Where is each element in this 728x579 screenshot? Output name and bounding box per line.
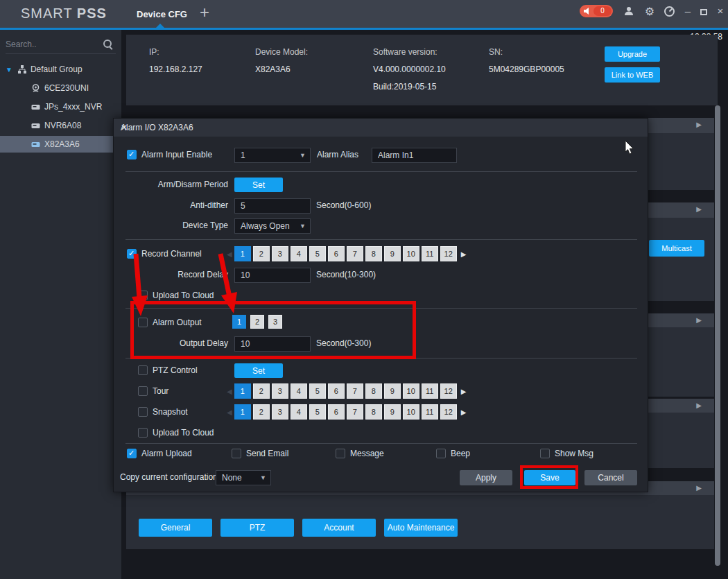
alarm-upload-checkbox[interactable] [127,449,137,458]
channel-button-9[interactable]: 9 [384,246,401,261]
alarm-sound-badge[interactable]: 0 [580,5,613,17]
cancel-button[interactable]: Cancel [584,470,637,485]
channel-button-10[interactable]: 10 [403,404,419,420]
channel-button-3[interactable]: 3 [272,246,288,261]
search-box[interactable] [6,36,116,54]
channel-button-1[interactable]: 1 [234,383,251,399]
device-type-select[interactable]: Always Open ▼ [234,218,311,234]
save-button[interactable]: Save [524,470,575,485]
general-button[interactable]: General [139,519,212,537]
sidebar-device-JPs_4xxx_NVR[interactable]: JPs_4xxx_NVR [0,98,121,115]
minimize-button[interactable]: – [682,4,694,18]
channel-button-4[interactable]: 4 [291,246,307,261]
channel-button-11[interactable]: 11 [422,404,438,420]
channel-button-10[interactable]: 10 [403,246,419,261]
output-delay-input[interactable] [234,336,311,352]
expand-icon[interactable]: ▶ [696,205,702,213]
channels-prev-icon[interactable]: ◀ [227,408,232,416]
channel-button-5[interactable]: 5 [309,383,326,399]
channel-button-6[interactable]: 6 [328,246,345,261]
channel-button-7[interactable]: 7 [347,404,363,420]
alarm-alias-input[interactable] [372,148,457,163]
sidebar-device-X82A3A6[interactable]: X82A3A6 [0,136,121,153]
channel-button-1[interactable]: 1 [232,315,246,329]
channel-button-4[interactable]: 4 [291,383,307,399]
alarm-output-checkbox[interactable] [138,318,148,327]
channel-button-3[interactable]: 3 [268,315,282,329]
channel-button-1[interactable]: 1 [234,246,251,261]
channels-next-icon[interactable]: ▶ [461,408,467,416]
upgrade-button[interactable]: Upgrade [605,46,660,62]
link-to-web-button[interactable]: Link to WEB [605,67,660,83]
record-delay-input[interactable] [234,268,311,283]
expand-icon[interactable]: ▶ [696,121,702,128]
account-button[interactable]: Account [302,519,376,537]
show-msg-checkbox[interactable] [540,449,550,458]
alarm-input-enable-checkbox[interactable] [127,150,137,159]
channel-button-5[interactable]: 5 [309,246,326,261]
anti-dither-input[interactable] [234,198,311,214]
dialog-close-icon[interactable]: ✕ [121,123,641,132]
channel-button-9[interactable]: 9 [384,404,401,420]
snapshot-checkbox[interactable] [138,407,148,417]
channel-button-2[interactable]: 2 [253,383,270,399]
auto-maintenance-button[interactable]: Auto Maintenance [384,519,458,537]
channel-button-11[interactable]: 11 [422,246,438,261]
channel-button-12[interactable]: 12 [440,404,457,420]
sidebar-device-6CE230UNI[interactable]: 6CE230UNI [0,80,121,96]
channel-button-9[interactable]: 9 [384,383,401,399]
send-email-checkbox[interactable] [232,449,241,458]
upload-to-cloud-checkbox[interactable] [138,291,148,300]
close-button[interactable]: × [714,4,727,18]
tab-device-cfg[interactable]: Device CFG [137,9,187,19]
channel-button-10[interactable]: 10 [403,383,419,399]
ptz-button[interactable]: PTZ [220,519,294,537]
copy-config-select[interactable]: None ▼ [216,470,271,485]
channel-button-8[interactable]: 8 [365,383,382,399]
channel-button-3[interactable]: 3 [272,404,288,420]
channel-button-2[interactable]: 2 [250,315,264,329]
channel-button-7[interactable]: 7 [347,383,363,399]
channel-button-3[interactable]: 3 [272,383,288,399]
tour-checkbox[interactable] [138,386,148,396]
channel-button-8[interactable]: 8 [365,404,382,420]
beep-checkbox[interactable] [436,449,446,458]
alarm-input-select[interactable]: 1 ▼ [234,148,311,163]
arm-disarm-set-button[interactable]: Set [234,178,283,192]
channel-button-6[interactable]: 6 [328,404,345,420]
channels-next-icon[interactable]: ▶ [461,388,467,395]
channel-button-6[interactable]: 6 [328,383,345,399]
channels-next-icon[interactable]: ▶ [461,250,467,258]
channel-button-7[interactable]: 7 [347,246,363,261]
vertical-scrollbar[interactable] [715,105,720,566]
channel-button-11[interactable]: 11 [422,383,438,399]
search-input[interactable] [6,36,99,53]
expand-icon[interactable]: ▶ [696,316,702,324]
apply-button[interactable]: Apply [460,470,512,485]
search-icon[interactable] [103,39,114,50]
channel-button-1[interactable]: 1 [234,404,251,420]
expand-icon[interactable]: ▶ [696,401,702,409]
channel-button-12[interactable]: 12 [440,383,457,399]
gauge-icon[interactable] [663,6,675,18]
message-checkbox[interactable] [336,449,345,458]
channel-button-4[interactable]: 4 [291,404,307,420]
sidebar-group-default[interactable]: ▼ Default Group [0,61,121,78]
channel-button-2[interactable]: 2 [253,246,270,261]
channel-button-2[interactable]: 2 [253,404,270,420]
tree-collapse-icon[interactable]: ▼ [6,66,12,74]
channel-button-12[interactable]: 12 [440,246,457,261]
multicast-button[interactable]: Multicast [649,240,704,257]
channels-prev-icon[interactable]: ◀ [227,388,232,395]
record-channel-checkbox[interactable] [127,249,137,259]
channel-button-8[interactable]: 8 [365,246,382,261]
ptz-control-checkbox[interactable] [138,365,148,375]
expand-icon[interactable]: ▶ [696,484,702,492]
channels-prev-icon[interactable]: ◀ [227,250,232,258]
user-icon[interactable] [623,6,635,18]
gear-icon[interactable]: ⚙ [643,6,656,18]
upload-to-cloud2-checkbox[interactable] [138,428,148,438]
maximize-button[interactable] [700,9,707,15]
ptz-set-button[interactable]: Set [234,363,283,378]
new-tab-button[interactable]: + [200,3,209,22]
